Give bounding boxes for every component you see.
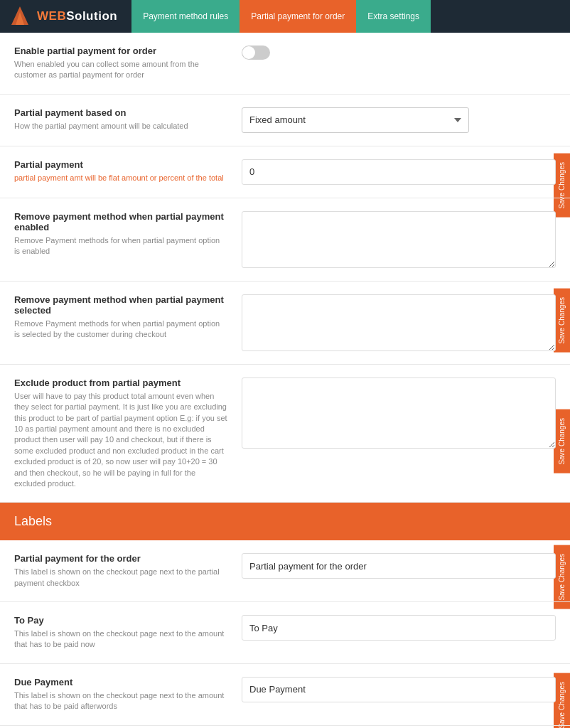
remove-when-selected-control — [242, 294, 556, 351]
partial-payment-description: partial payment amt will be flat amount … — [14, 173, 227, 183]
label-partial-payment-order-section: Partial payment for the order This label… — [0, 540, 570, 602]
labels-section: Save Changes Save Changes Labels Partial… — [0, 503, 570, 728]
partial-based-on-dropdown[interactable]: Fixed amount Percentage — [242, 107, 469, 133]
label-to-pay-title: To Pay — [14, 615, 227, 626]
label-paid-amount-section: Paid amount This label is shown on the t… — [0, 726, 570, 728]
logo: WEBSolution — [7, 4, 117, 29]
main-content: Save Changes Save Changes Save Changes E… — [0, 33, 570, 503]
labels-header: Labels — [0, 503, 570, 540]
remove-when-enabled-title: Remove payment method when partial payme… — [14, 211, 227, 232]
remove-when-selected-label: Remove payment method when partial payme… — [14, 294, 242, 341]
label-to-pay-description: This label is shown on the checkout page… — [14, 628, 227, 651]
header: WEBSolution Payment method rules Partial… — [0, 0, 570, 33]
label-due-payment-title: Due Payment — [14, 677, 227, 687]
exclude-product-description: User will have to pay this product total… — [14, 391, 227, 490]
exclude-product-textarea[interactable] — [242, 378, 556, 449]
partial-based-on-description: How the partial payment amount will be c… — [14, 121, 227, 132]
remove-when-enabled-label: Remove payment method when partial payme… — [14, 211, 242, 257]
remove-when-selected-title: Remove payment method when partial payme… — [14, 294, 227, 316]
logo-text: WEBSolution — [37, 9, 117, 23]
label-due-payment-control — [242, 677, 556, 702]
partial-payment-title: Partial payment — [14, 159, 227, 170]
label-partial-payment-order-description: This label is shown on the checkout page… — [14, 567, 227, 589]
label-due-payment-input[interactable] — [242, 677, 556, 702]
exclude-product-section: Exclude product from partial payment Use… — [0, 365, 570, 503]
partial-based-on-section: Partial payment based on How the partial… — [0, 95, 570, 146]
enable-partial-title: Enable partial payment for order — [14, 46, 227, 56]
remove-when-enabled-description: Remove Payment methods for when partial … — [14, 235, 227, 257]
label-to-pay-control — [242, 615, 556, 641]
tab-extra-settings[interactable]: Extra settings — [356, 0, 431, 33]
label-partial-payment-order-input[interactable] — [242, 553, 556, 579]
logo-icon — [7, 4, 33, 29]
nav-tabs: Payment method rules Partial payment for… — [131, 0, 431, 33]
remove-when-selected-textarea[interactable] — [242, 294, 556, 351]
enable-partial-payment-section: Enable partial payment for order When en… — [0, 33, 570, 95]
label-due-payment-label: Due Payment This label is shown on the c… — [14, 677, 242, 712]
remove-when-enabled-section: Remove payment method when partial payme… — [0, 198, 570, 282]
tab-partial-payment-order[interactable]: Partial payment for order — [240, 0, 356, 33]
label-partial-payment-order-label: Partial payment for the order This label… — [14, 553, 242, 589]
partial-payment-input[interactable] — [242, 159, 556, 185]
exclude-product-control — [242, 378, 556, 449]
labels-title: Labels — [14, 514, 556, 529]
label-to-pay-section: To Pay This label is shown on the checko… — [0, 602, 570, 664]
exclude-product-label: Exclude product from partial payment Use… — [14, 378, 242, 490]
label-to-pay-input[interactable] — [242, 615, 556, 641]
partial-payment-value-section: Partial payment partial payment amt will… — [0, 146, 570, 198]
enable-partial-description: When enabled you can collect some amount… — [14, 59, 227, 81]
tab-payment-method-rules[interactable]: Payment method rules — [131, 0, 240, 33]
partial-payment-control — [242, 159, 556, 185]
label-due-payment-description: This label is shown on the checkout page… — [14, 690, 227, 712]
partial-based-on-title: Partial payment based on — [14, 107, 227, 118]
label-to-pay-label: To Pay This label is shown on the checko… — [14, 615, 242, 651]
exclude-product-title: Exclude product from partial payment — [14, 378, 227, 388]
remove-when-selected-section: Remove payment method when partial payme… — [0, 282, 570, 365]
partial-payment-label: Partial payment partial payment amt will… — [14, 159, 242, 183]
label-partial-payment-order-title: Partial payment for the order — [14, 553, 227, 564]
label-partial-payment-order-control — [242, 553, 556, 579]
enable-partial-toggle[interactable] — [242, 46, 270, 60]
partial-based-on-control: Fixed amount Percentage — [242, 107, 556, 133]
partial-based-on-label: Partial payment based on How the partial… — [14, 107, 242, 132]
remove-when-enabled-textarea[interactable] — [242, 211, 556, 268]
enable-partial-control — [242, 46, 556, 60]
remove-when-enabled-control — [242, 211, 556, 268]
remove-when-selected-description: Remove Payment methods for when partial … — [14, 318, 227, 341]
label-due-payment-section: Due Payment This label is shown on the c… — [0, 664, 570, 726]
enable-partial-label: Enable partial payment for order When en… — [14, 46, 242, 81]
